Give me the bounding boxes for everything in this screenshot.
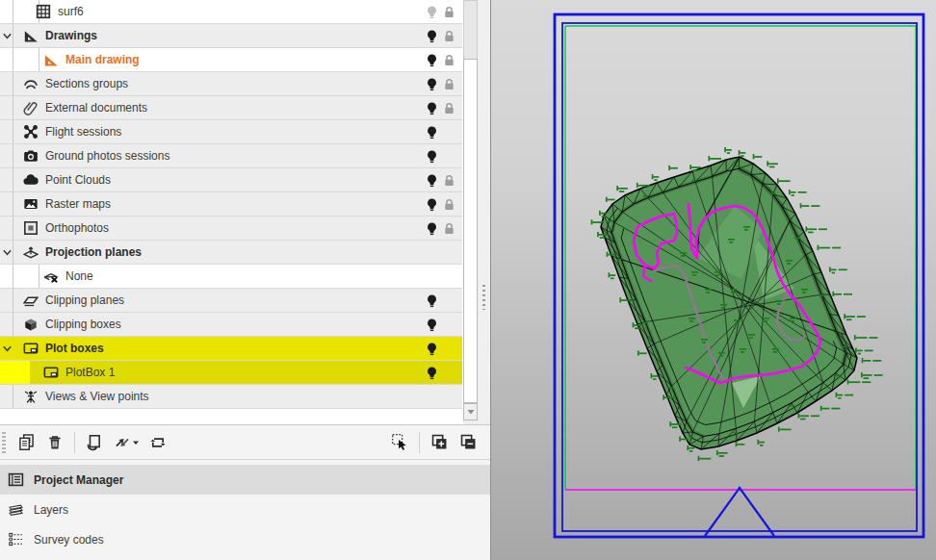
repeat-button[interactable]: [145, 430, 170, 455]
visibility-bulb-icon[interactable]: [425, 125, 439, 140]
project-manager-icon: [8, 471, 24, 488]
visibility-bulb-icon[interactable]: [425, 77, 439, 91]
clip-plane-icon: [23, 293, 39, 308]
proj-none-icon: [43, 268, 59, 284]
tab-label: Layers: [34, 503, 68, 517]
lock-icon[interactable]: [442, 77, 456, 91]
lock-icon[interactable]: [442, 5, 456, 19]
tree-row-point-clouds[interactable]: Point Clouds: [0, 168, 462, 192]
tab-layers[interactable]: Layers: [0, 495, 490, 524]
tree-row-external-documents[interactable]: External documents: [0, 96, 462, 120]
tree-row-label: surf6: [58, 5, 84, 18]
visibility-bulb-icon[interactable]: [425, 366, 439, 380]
visibility-bulb-icon[interactable]: [425, 53, 439, 67]
visibility-bulb-icon[interactable]: [425, 342, 439, 356]
drawing-icon: [23, 28, 39, 43]
tree-indent-guide: [13, 385, 13, 408]
tree-row-drawings[interactable]: Drawings: [0, 24, 462, 48]
tree-row-orthophotos[interactable]: Orthophotos: [0, 216, 462, 241]
project-tree: surf6DrawingsMain drawingSections groups…: [0, 0, 463, 424]
raster-icon: [23, 196, 39, 212]
tree-row-label: Clipping planes: [45, 293, 124, 307]
replace-button[interactable]: [82, 430, 107, 455]
visibility-bulb-icon[interactable]: [425, 29, 439, 43]
tree-indent-guide: [13, 265, 13, 288]
tree-indent-guide: [13, 168, 13, 191]
panel-divider: [490, 0, 491, 560]
tree-row-label: Point Clouds: [45, 173, 111, 187]
visibility-bulb-icon[interactable]: [425, 149, 439, 164]
selection-highlight: [0, 361, 30, 384]
scrollbar-track[interactable]: [463, 59, 478, 403]
copy-button[interactable]: [13, 430, 39, 455]
tree-row-label: PlotBox 1: [65, 366, 115, 379]
toolbar-grip-icon: [2, 432, 6, 453]
viewport-canvas[interactable]: [491, 0, 936, 560]
transform-button[interactable]: [111, 430, 142, 455]
tree-row-clipping-boxes[interactable]: Clipping boxes: [0, 313, 462, 337]
tree-row-main-drawing[interactable]: Main drawing: [0, 48, 462, 72]
tree-row-plot-boxes[interactable]: Plot boxes: [0, 337, 462, 361]
lock-icon[interactable]: [442, 197, 456, 212]
chevron-down-icon[interactable]: [1, 343, 13, 355]
tab-project-manager[interactable]: Project Manager: [0, 465, 490, 495]
visibility-bulb-icon[interactable]: [425, 221, 439, 236]
tree-indent-guide: [13, 313, 13, 336]
panel-splitter[interactable]: [479, 0, 490, 424]
visibility-bulb-icon[interactable]: [425, 318, 439, 332]
scrollbar-down-button[interactable]: [463, 403, 478, 420]
scrollbar-thumb[interactable]: [463, 0, 478, 60]
tab-survey-codes[interactable]: Survey codes: [0, 524, 490, 554]
select-items-button[interactable]: [387, 430, 412, 455]
tree-row-label: Flight sessions: [45, 125, 121, 139]
visibility-bulb-icon[interactable]: [425, 293, 439, 308]
tree-row-label: Clipping boxes: [45, 318, 121, 331]
clip-box-icon: [23, 317, 39, 332]
application-window: surf6DrawingsMain drawingSections groups…: [0, 0, 936, 560]
lock-icon[interactable]: [442, 101, 456, 115]
tab-label: Survey codes: [34, 533, 104, 547]
tree-row-flight-sessions[interactable]: Flight sessions: [0, 120, 462, 144]
tree-indent-guide: [13, 120, 13, 143]
tree-toolbar: [0, 424, 490, 460]
tree-row-raster-maps[interactable]: Raster maps: [0, 192, 462, 216]
visibility-bulb-icon[interactable]: [425, 173, 439, 188]
expand-all-button[interactable]: [427, 430, 452, 455]
survey-codes-icon: [8, 531, 24, 547]
collapse-all-button[interactable]: [455, 430, 481, 455]
tree-row-ground-photos-sessions[interactable]: Ground photos sessions: [0, 144, 462, 168]
tree-row-clipping-planes[interactable]: Clipping planes: [0, 289, 462, 313]
tree-row-surf6[interactable]: surf6: [0, 0, 462, 24]
toolbar-right-group: [385, 430, 490, 455]
lock-icon[interactable]: [442, 221, 456, 236]
tree-indent-guide: [13, 144, 13, 167]
viewport-3d[interactable]: [491, 0, 936, 560]
tree-row-none[interactable]: None: [0, 265, 462, 289]
tree-row-plotbox-1[interactable]: PlotBox 1: [0, 361, 462, 385]
visibility-bulb-icon[interactable]: [425, 101, 439, 115]
tree-row-projection-planes[interactable]: Projection planes: [0, 241, 462, 265]
tree-row-label: Ground photos sessions: [45, 149, 169, 163]
tree-row-label: Orthophotos: [45, 221, 109, 235]
tab-label: Project Manager: [34, 473, 123, 487]
tree-row-sections-groups[interactable]: Sections groups: [0, 72, 462, 96]
visibility-bulb-icon[interactable]: [425, 5, 439, 19]
chevron-down-icon[interactable]: [1, 30, 13, 42]
tree-indent-guide: [13, 192, 13, 216]
ortho-icon: [23, 220, 39, 236]
tree-row-views-view-points[interactable]: Views & View points: [0, 385, 462, 409]
caret-down-icon[interactable]: [132, 436, 140, 449]
terrain-mesh: [601, 157, 857, 449]
lock-icon[interactable]: [442, 173, 456, 188]
views-icon: [23, 389, 39, 404]
chevron-down-icon[interactable]: [1, 246, 13, 259]
lock-icon[interactable]: [442, 29, 456, 43]
tree-indent-guide: [13, 72, 13, 95]
drawing-icon: [43, 52, 59, 67]
plot-box-icon: [43, 365, 59, 380]
tree-row-label: Projection planes: [45, 245, 142, 259]
visibility-bulb-icon[interactable]: [425, 197, 439, 212]
delete-button[interactable]: [42, 430, 67, 455]
lock-icon[interactable]: [442, 53, 456, 67]
tree-scrollbar[interactable]: [463, 0, 479, 424]
